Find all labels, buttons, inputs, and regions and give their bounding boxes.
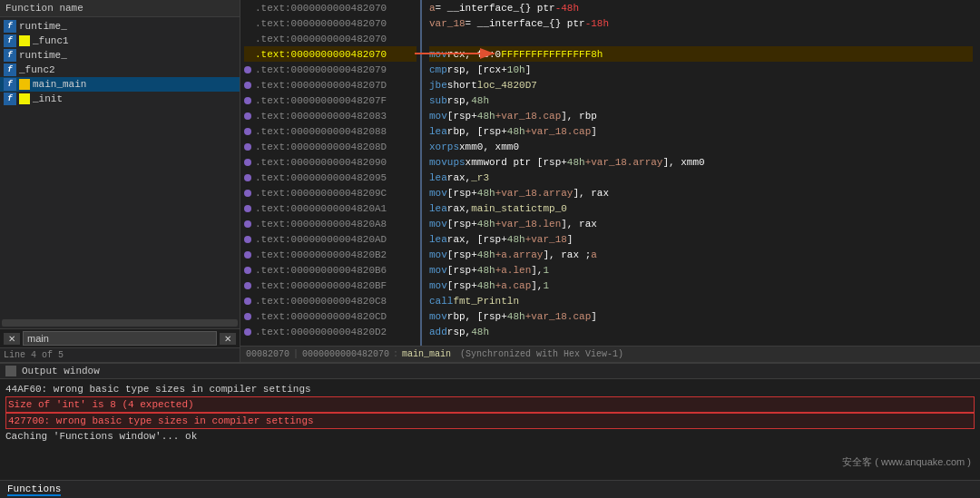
code-view: .text:0000000000482070.text:000000000048… [240,0,980,346]
token-3: mov [429,49,447,60]
instr-line-12: mov [rsp+48h+var_18.array], rax [429,185,973,200]
token-7: +var_18.cap [495,111,562,122]
instr-line-14: mov [rsp+48h+var_18.len], rax [429,216,973,231]
addr-dot-17 [244,267,251,274]
addr-line-9: .text:000000000048208D [244,139,416,154]
instr-line-19: call fmt_Println [429,293,973,308]
search-mode-button[interactable]: ✕ [4,333,20,345]
function-item-3[interactable]: f_func2 [0,63,240,77]
addr-line-19: .text:00000000004820C8 [244,293,416,308]
token-6: sub [429,95,447,106]
addr-text-6: .text:000000000048207F [255,95,387,106]
instr-line-17: mov [rsp+48h+a.len], 1 [429,262,973,278]
addr-line-21: .text:00000000004820D2 [244,324,416,339]
horizontal-scrollbar[interactable] [2,319,238,327]
token-20: rbp, [rsp+ [447,311,507,322]
function-icon-3: f [4,63,16,76]
token-17: +a.len [495,265,532,276]
function-item-2[interactable]: fruntime_ [0,48,240,63]
status-bar: 00082070 | 0000000000482070 : main_main … [240,346,980,362]
addr-text-18: .text:00000000004820BF [255,280,387,291]
addr-line-11: .text:0000000000482095 [244,170,416,185]
clear-search-button[interactable]: ✕ [220,333,236,345]
function-item-1[interactable]: f_func1 [0,34,240,48]
function-item-5[interactable]: f_init [0,92,240,106]
addr-line-0: .text:0000000000482070 [244,0,416,15]
addr-text-17: .text:00000000004820B6 [255,265,387,276]
token-1: = __interface_{} ptr [466,18,585,29]
addr-text-11: .text:0000000000482095 [255,172,387,183]
token-7: [rsp+ [447,111,477,122]
addr-line-4: .text:0000000000482079 [244,62,416,77]
token-8: +var_18.cap [525,126,592,137]
function-name-0: runtime_ [19,21,67,32]
token-7: ], rbp [561,111,597,122]
function-item-4[interactable]: fmain_main [0,77,240,92]
addr-line-13: .text:00000000004820A1 [244,200,416,216]
token-17: 48h [477,265,495,276]
token-3: rcx, fs:0 [447,49,501,60]
output-error-2: 427700: wrong basic type sizes in compil… [5,413,975,429]
status-divider: | [293,349,299,359]
addr-dot-18 [244,282,251,289]
bottom-tab-0[interactable]: Functions [7,483,61,496]
addr-line-18: .text:00000000004820BF [244,278,416,293]
addr-dot-10 [244,159,251,166]
addr-line-2: .text:0000000000482070 [244,31,416,46]
token-18: +a.cap [495,280,532,291]
addr-dot-8 [244,128,251,135]
instr-line-20: mov rbp, [rsp+48h+var_18.cap] [429,308,973,324]
token-14: 48h [477,219,495,229]
function-name-1: _func1 [33,35,69,46]
function-list[interactable]: fruntime_f_func1fruntime_f_func2fmain_ma… [0,17,240,317]
token-6: rsp, [447,95,471,106]
instr-line-2 [429,31,973,46]
addr-text-5: .text:000000000048207D [255,80,387,91]
addr-line-20: .text:00000000004820CD [244,308,416,324]
addr-line-12: .text:000000000048209C [244,185,416,200]
token-11: rax, [447,172,471,183]
token-12: mov [429,188,447,199]
instr-line-8: lea rbp, [rsp+48h+var_18.cap] [429,123,973,139]
token-11: lea [429,172,447,183]
token-8: lea [429,126,447,137]
instr-line-11: lea rax, _r3 [429,170,973,185]
addr-text-3: .text:0000000000482070 [255,49,387,60]
instr-line-5: jbe short loc_4820D7 [429,77,973,93]
token-16: ], rax ; [543,249,591,260]
addr-dot-4 [244,66,251,73]
token-10: ], xmm0 [662,157,704,168]
function-item-0[interactable]: fruntime_ [0,19,240,34]
token-14: [rsp+ [447,219,477,229]
instr-line-16: mov [rsp+48h+a.array], rax ; a [429,247,973,262]
token-15: lea [429,234,447,245]
addr-dot-21 [244,328,251,336]
token-12: 48h [477,188,495,199]
output-content: 44AF60: wrong basic type sizes in compil… [0,379,980,480]
addr-dot-20 [244,313,251,320]
token-18: ], [531,280,543,291]
addr-text-15: .text:00000000004820AD [255,234,387,245]
addr-line-8: .text:0000000000482088 [244,123,416,139]
addr-dot-12 [244,190,251,197]
addr-text-10: .text:0000000000482090 [255,157,387,168]
token-3: FFFFFFFFFFFFFFF8h [501,49,603,60]
token-18: 48h [477,280,495,291]
token-20: mov [429,311,447,322]
panel-title: Function name [0,0,240,17]
instr-line-9: xorps xmm0, xmm0 [429,139,973,154]
addr-text-21: .text:00000000004820D2 [255,327,387,337]
instr-line-18: mov [rsp+48h+a.cap], 1 [429,278,973,293]
search-input[interactable] [23,331,217,346]
main-code-area: .text:0000000000482070.text:000000000048… [240,0,980,362]
addr-text-9: .text:000000000048208D [255,142,387,152]
token-11: _r3 [471,172,489,183]
token-0: a [429,3,436,14]
bottom-tabs: Functions [0,480,980,498]
instr-line-7: mov [rsp+48h+var_18.cap], rbp [429,108,973,123]
status-addr: 0000000000482070 [302,349,389,359]
function-icon-1: f [4,34,16,47]
output-line-1: Size of 'int' is 8 (4 expected) [5,396,975,413]
token-15: rax, [rsp+ [447,234,507,245]
search-bar: ✕ ✕ [0,328,240,347]
